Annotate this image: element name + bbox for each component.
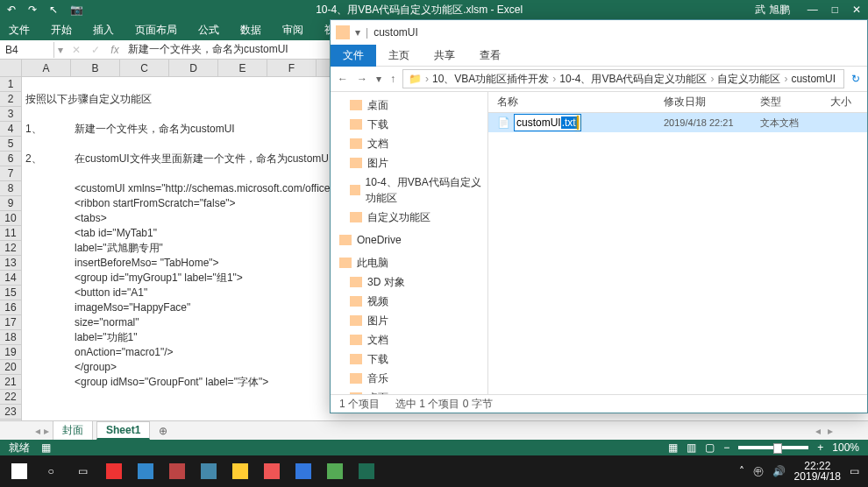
cell-content[interactable]: size="normal"	[75, 315, 139, 330]
row-header[interactable]: 8	[0, 181, 21, 196]
nav-forward-icon[interactable]: →	[357, 73, 367, 85]
tree-item[interactable]: 桌面	[331, 95, 487, 115]
zoom-in-icon[interactable]: +	[817, 441, 823, 454]
app-icon[interactable]	[98, 457, 130, 485]
row-header[interactable]: 2	[0, 92, 21, 107]
clock[interactable]: 22:22 2019/4/18	[794, 461, 841, 482]
name-box[interactable]: B4	[0, 42, 54, 58]
row-header[interactable]: 14	[0, 271, 21, 286]
new-sheet-icon[interactable]: ⊕	[153, 425, 173, 437]
cell-content[interactable]: insertBeforeMso= "TabHome">	[75, 256, 219, 271]
sheet-nav-prev-icon[interactable]: ◂	[35, 425, 40, 437]
menu-file[interactable]: 文件	[331, 45, 376, 67]
row-header[interactable]: 13	[0, 256, 21, 271]
view-break-icon[interactable]: ▢	[705, 441, 715, 454]
cursor-icon[interactable]: ↖	[49, 4, 58, 16]
row-header[interactable]: 18	[0, 330, 21, 345]
row-header[interactable]: 15	[0, 286, 21, 300]
cell-content[interactable]: </group>	[75, 360, 117, 375]
row-header[interactable]: 11	[0, 226, 21, 241]
row-header[interactable]: 1	[0, 77, 21, 92]
cell-content[interactable]: onAction="macro1"/>	[75, 345, 174, 360]
redo-icon[interactable]: ↷	[28, 4, 37, 16]
app-icon[interactable]	[319, 457, 351, 485]
close-icon[interactable]: ✕	[852, 4, 861, 16]
cell-content[interactable]: label="武旭鹏专用"	[75, 241, 163, 256]
tree-item[interactable]: 音乐	[331, 369, 487, 388]
zoom-level[interactable]: 100%	[832, 441, 859, 454]
tray-up-icon[interactable]: ˄	[739, 465, 744, 477]
cell-content[interactable]: <group idMso="GroupFont" label="字体">	[75, 375, 268, 390]
cell-content[interactable]: label="功能1"	[75, 330, 138, 345]
tree-item[interactable]: 3D 对象	[331, 272, 487, 292]
row-header[interactable]: 17	[0, 315, 21, 330]
tree-item[interactable]: 视频	[331, 292, 487, 311]
camera-icon[interactable]: 📷	[70, 4, 83, 16]
row-header[interactable]: 21	[0, 375, 21, 390]
row-header[interactable]: 4	[0, 122, 21, 137]
col-name[interactable]: 名称	[488, 95, 664, 109]
row-header[interactable]: 7	[0, 166, 21, 181]
zoom-out-icon[interactable]: −	[723, 441, 729, 454]
start-button[interactable]	[4, 457, 35, 485]
nav-up-icon[interactable]: ↑	[390, 73, 395, 85]
explorer-tree[interactable]: 桌面下载文档图片10-4、用VBA代码自定义功能区自定义功能区OneDrive此…	[331, 92, 488, 394]
tree-item[interactable]: 图片	[331, 153, 487, 173]
app-icon[interactable]	[288, 457, 319, 485]
row-header[interactable]: 16	[0, 300, 21, 315]
crumb-item[interactable]: 自定义功能区	[717, 72, 780, 87]
row-header[interactable]: 5	[0, 137, 21, 152]
minimize-icon[interactable]: —	[808, 4, 818, 16]
cell-content[interactable]: 按照以下步骤自定义功能区	[25, 92, 152, 107]
view-normal-icon[interactable]: ▦	[668, 441, 678, 454]
col-size[interactable]: 大小	[830, 95, 865, 109]
app-icon[interactable]	[130, 457, 161, 485]
tree-item[interactable]: 文档	[331, 134, 487, 153]
crumb-item[interactable]: 10-4、用VBA代码自定义功能区	[559, 72, 707, 87]
tree-item[interactable]: 下载	[331, 349, 487, 369]
tree-item[interactable]: 下载	[331, 115, 487, 134]
cell-content[interactable]: 新建一个文件夹，命名为customUI	[75, 122, 235, 137]
volume-icon[interactable]: 🔊	[772, 465, 786, 477]
menu-home[interactable]: 主页	[376, 45, 422, 67]
excel-taskbar-icon[interactable]	[351, 457, 382, 485]
row-header[interactable]: 9	[0, 196, 21, 211]
nav-back-icon[interactable]: ←	[338, 73, 348, 85]
cell-content[interactable]: <button id="A1"	[75, 286, 147, 300]
enter-icon[interactable]: ✓	[86, 44, 105, 56]
ime-icon[interactable]: ㊥	[753, 464, 764, 479]
cell-content[interactable]: 在customUI文件夹里面新建一个文件，命名为customUI.	[75, 152, 335, 166]
tab-formulas[interactable]: 公式	[198, 23, 219, 38]
file-row[interactable]: 📄 customUI.txt 2019/4/18 22:21 文本文档	[488, 113, 867, 132]
maximize-icon[interactable]: □	[832, 4, 838, 16]
cortana-icon[interactable]: ○	[35, 457, 67, 485]
row-header[interactable]: 12	[0, 241, 21, 256]
refresh-icon[interactable]: ↻	[851, 73, 860, 85]
cell-content[interactable]: imageMso="HappyFace"	[75, 300, 190, 315]
crumb-item[interactable]: customUI	[791, 73, 836, 85]
select-all-corner[interactable]	[0, 60, 22, 76]
tab-data[interactable]: 数据	[240, 23, 261, 38]
tree-item[interactable]: 10-4、用VBA代码自定义功能区	[331, 173, 487, 208]
app-icon[interactable]	[161, 457, 193, 485]
sheet-nav-next-icon[interactable]: ▸	[44, 425, 49, 437]
column-header[interactable]: A	[22, 60, 71, 76]
tab-review[interactable]: 审阅	[282, 23, 303, 38]
crumb-item[interactable]: 10、VBA功能区插件开发	[432, 72, 549, 87]
sheet-tab-active[interactable]: Sheet1	[96, 421, 150, 440]
tab-file[interactable]: 文件	[9, 23, 30, 38]
scroll-left-icon[interactable]: ◂	[815, 425, 821, 437]
app-icon[interactable]	[224, 457, 256, 485]
fx-icon[interactable]: fx	[105, 44, 125, 56]
taskview-icon[interactable]: ▭	[67, 457, 98, 485]
row-header[interactable]: 19	[0, 345, 21, 360]
cell-content[interactable]: 2、	[25, 152, 42, 166]
tree-item[interactable]: 自定义功能区	[331, 208, 487, 227]
cell-content[interactable]: <customUI xmlns="http://schemas.microsof…	[75, 181, 333, 196]
row-header[interactable]: 22	[0, 390, 21, 405]
row-header[interactable]: 10	[0, 211, 21, 226]
tree-item[interactable]: 图片	[331, 311, 487, 330]
app-icon[interactable]	[256, 457, 288, 485]
row-header[interactable]: 3	[0, 107, 21, 122]
tree-item[interactable]: OneDrive	[331, 230, 487, 250]
